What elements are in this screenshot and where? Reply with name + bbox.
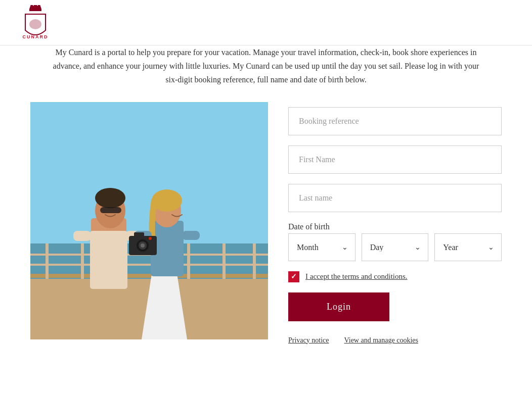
svg-rect-1 <box>29 9 41 11</box>
svg-rect-12 <box>187 243 190 279</box>
cunard-logo-icon: CUNARD <box>20 5 51 40</box>
cookies-link[interactable]: View and manage cookies <box>344 336 418 345</box>
svg-marker-0 <box>29 5 41 9</box>
login-button-wrapper: Login <box>288 292 502 321</box>
date-of-birth-label: Date of birth <box>288 222 502 231</box>
description-text: My Cunard is a portal to help you prepar… <box>0 45 532 87</box>
login-form: Date of birth Month January February Mar… <box>288 102 502 345</box>
day-select-wrapper: Day 12345 678910 1112131415 1617181920 2… <box>362 233 429 261</box>
year-select-wrapper: Year 2006200019951990 1985198019751970 1… <box>434 233 502 261</box>
terms-row: ✓ I accept the terms and conditions. <box>288 271 502 282</box>
header: CUNARD <box>0 0 532 45</box>
svg-rect-21 <box>100 207 121 213</box>
privacy-notice-link[interactable]: Privacy notice <box>288 336 329 345</box>
svg-rect-14 <box>253 243 256 279</box>
month-select-wrapper: Month January February March April May J… <box>288 233 356 261</box>
svg-point-2 <box>29 19 41 29</box>
svg-rect-13 <box>223 243 226 279</box>
svg-point-20 <box>95 188 125 208</box>
logo: CUNARD <box>20 5 51 40</box>
svg-point-33 <box>141 243 145 248</box>
svg-rect-30 <box>134 232 144 237</box>
couple-image-icon <box>30 102 268 339</box>
date-selects: Month January February March April May J… <box>288 233 502 261</box>
svg-rect-9 <box>81 243 84 279</box>
svg-rect-8 <box>46 243 49 279</box>
footer-links: Privacy notice View and manage cookies <box>288 336 502 345</box>
terms-label[interactable]: I accept the terms and conditions. <box>305 272 408 281</box>
svg-rect-18 <box>90 231 127 289</box>
last-name-input[interactable] <box>288 184 502 212</box>
terms-checkbox[interactable]: ✓ <box>288 271 299 282</box>
year-select[interactable]: Year 2006200019951990 1985198019751970 1… <box>435 234 501 261</box>
first-name-input[interactable] <box>288 145 502 174</box>
svg-rect-22 <box>73 231 91 241</box>
hero-image <box>30 102 268 339</box>
month-select[interactable]: Month January February March April May J… <box>289 234 355 261</box>
svg-rect-7 <box>30 274 268 278</box>
main-content: Date of birth Month January February Mar… <box>0 102 532 345</box>
svg-rect-16 <box>30 264 268 266</box>
day-select[interactable]: Day 12345 678910 1112131415 1617181920 2… <box>362 234 428 261</box>
svg-text:CUNARD: CUNARD <box>23 34 49 39</box>
svg-point-34 <box>149 237 152 240</box>
booking-reference-input[interactable] <box>288 107 502 135</box>
date-of-birth-section: Date of birth Month January February Mar… <box>288 222 502 261</box>
checkmark-icon: ✓ <box>291 272 297 281</box>
login-button[interactable]: Login <box>288 292 389 321</box>
svg-rect-28 <box>182 231 200 240</box>
